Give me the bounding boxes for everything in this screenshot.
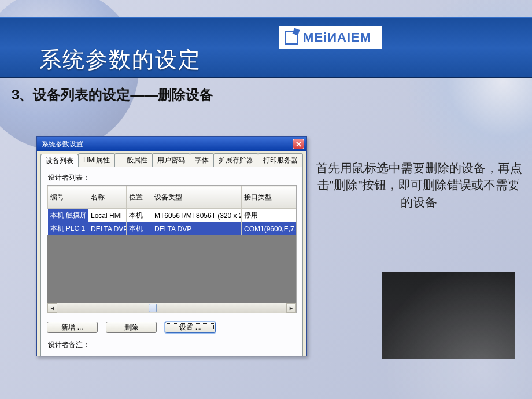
cell-name: DELTA DVP: [88, 222, 127, 235]
brand-logo-text: MEiИAIEM: [303, 30, 371, 45]
col-name[interactable]: 名称: [88, 186, 127, 209]
col-device-type[interactable]: 设备类型: [152, 186, 242, 209]
designer-list-label: 设计者列表：: [48, 173, 297, 183]
slide-title: 系统参数的设定: [39, 45, 201, 75]
tab-font[interactable]: 字体: [190, 153, 214, 167]
device-table[interactable]: 编号 名称 位置 设备类型 接口类型 通讯 本机 触摸屏 Local HMI 本…: [47, 186, 297, 235]
close-icon: ✕: [295, 141, 302, 148]
col-interface[interactable]: 接口类型: [242, 186, 297, 209]
chevron-left-icon: ◄: [50, 305, 55, 311]
decorative-device-image: [359, 249, 532, 399]
dialog-title-text: 系统参数设置: [42, 139, 293, 149]
tab-device-list[interactable]: 设备列表: [40, 154, 79, 167]
horizontal-scrollbar[interactable]: ◄ ►: [47, 303, 296, 313]
dialog-close-button[interactable]: ✕: [293, 139, 304, 149]
cell-id: 本机 PLC 1: [48, 222, 88, 235]
cell-location: 本机: [127, 222, 152, 235]
system-params-dialog: 系统参数设置 ✕ 设备列表 HMI属性 一般属性 用户密码 字体 扩展存贮器 打…: [36, 136, 307, 356]
tab-print-server[interactable]: 打印服务器: [258, 153, 303, 167]
col-id[interactable]: 编号: [48, 186, 88, 209]
button-row: 新增 ... 删除 设置 ...: [47, 322, 297, 333]
table-header-row: 编号 名称 位置 设备类型 接口类型 通讯: [48, 186, 297, 209]
cell-id: 本机 触摸屏: [48, 209, 88, 223]
dialog-tabs: 设备列表 HMI属性 一般属性 用户密码 字体 扩展存贮器 打印服务器: [37, 151, 306, 167]
brand-logo-icon: [285, 31, 298, 45]
designer-note-label: 设计者备注：: [48, 340, 297, 350]
scroll-left-button[interactable]: ◄: [47, 303, 57, 313]
chevron-right-icon: ►: [289, 305, 294, 311]
table-row[interactable]: 本机 触摸屏 Local HMI 本机 MT6056T/MT8056T (320…: [48, 209, 297, 223]
tab-hmi-props[interactable]: HMI属性: [78, 153, 115, 167]
cell-location: 本机: [127, 209, 152, 223]
tab-panel: 设计者列表： 编号 名称 位置 设备类型 接口类型 通讯 本机 触摸屏: [40, 167, 303, 356]
scroll-thumb[interactable]: [149, 304, 157, 312]
tab-ext-storage[interactable]: 扩展存贮器: [213, 153, 258, 167]
dialog-titlebar[interactable]: 系统参数设置 ✕: [37, 137, 306, 151]
cell-interface: COM1(9600,E,7,1): [242, 222, 297, 235]
add-button[interactable]: 新增 ...: [47, 322, 98, 333]
cell-device-type: MT6056T/MT8056T (320 x 234): [152, 209, 242, 223]
cell-name: Local HMI: [88, 209, 127, 223]
settings-button[interactable]: 设置 ...: [165, 322, 216, 333]
col-location[interactable]: 位置: [127, 186, 152, 209]
table-row-selected[interactable]: 本机 PLC 1 DELTA DVP 本机 DELTA DVP COM1(960…: [48, 222, 297, 235]
delete-button[interactable]: 删除: [106, 322, 157, 333]
brand-logo: MEiИAIEM: [279, 26, 382, 49]
tab-user-password[interactable]: 用户密码: [152, 153, 190, 167]
scroll-track[interactable]: [57, 303, 286, 313]
device-table-container: 编号 名称 位置 设备类型 接口类型 通讯 本机 触摸屏 Local HMI 本…: [47, 185, 297, 313]
tab-general-props[interactable]: 一般属性: [114, 153, 153, 167]
cell-device-type: DELTA DVP: [152, 222, 242, 235]
cell-interface: 停用: [242, 209, 297, 223]
slide-subtitle: 3、设备列表的设定——删除设备: [12, 86, 213, 104]
instruction-text: 首先用鼠标选中需要删除的设备，再点击"删除"按钮，即可删除错误或不需要的设备: [315, 160, 523, 210]
scroll-right-button[interactable]: ►: [286, 303, 296, 313]
